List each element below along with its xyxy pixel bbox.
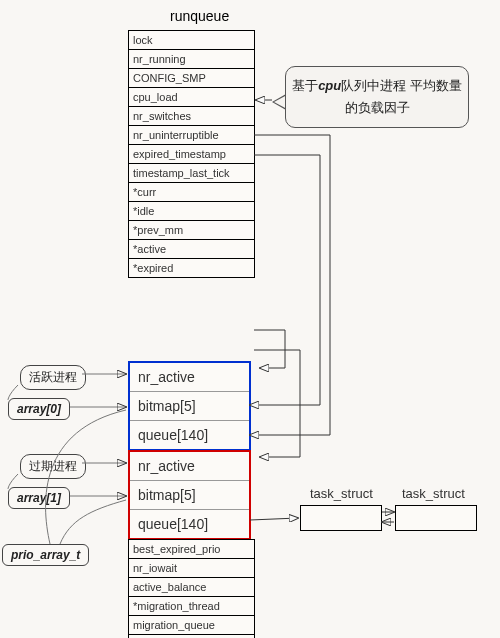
field-timestamp-last-tick: timestamp_last_tick: [129, 164, 254, 183]
array1-nr-active: nr_active: [130, 452, 249, 481]
field-cpu-load: cpu_load: [129, 88, 254, 107]
array0-queue: queue[140]: [130, 421, 249, 449]
diagram-title: runqueue: [170, 8, 229, 24]
tooltip-cpu-load: 基于cpu队列中进程 平均数量的负载因子: [285, 66, 469, 128]
field-active: *active: [129, 240, 254, 259]
tooltip-bold-cpu: cpu: [318, 78, 341, 93]
task-struct-box-1: [300, 505, 382, 531]
field-prev-mm: *prev_mm: [129, 221, 254, 240]
label-array1: array[1]: [8, 487, 70, 509]
field-config-smp: CONFIG_SMP: [129, 69, 254, 88]
array1-box: nr_active bitmap[5] queue[140]: [128, 450, 251, 540]
field-expired-timestamp: expired_timestamp: [129, 145, 254, 164]
field-expired: *expired: [129, 259, 254, 277]
field-nr-running: nr_running: [129, 50, 254, 69]
array0-nr-active: nr_active: [130, 363, 249, 392]
task-struct-box-2: [395, 505, 477, 531]
field-lock: lock: [129, 31, 254, 50]
tooltip-text2: 队列中进程 平均数量的负载因子: [341, 78, 462, 115]
array0-bitmap: bitmap[5]: [130, 392, 249, 421]
label-task-struct-1: task_struct: [310, 486, 373, 501]
runqueue-struct-lower: best_expired_prio nr_iowait active_balan…: [128, 539, 255, 638]
label-expired-process: 过期进程: [20, 454, 86, 479]
field-curr: *curr: [129, 183, 254, 202]
array0-box: nr_active bitmap[5] queue[140]: [128, 361, 251, 451]
field-migration-queue: migration_queue: [129, 616, 254, 635]
field-migration-thread: *migration_thread: [129, 597, 254, 616]
field-nr-iowait: nr_iowait: [129, 559, 254, 578]
runqueue-struct-upper: lock nr_running CONFIG_SMP cpu_load nr_s…: [128, 30, 255, 278]
field-idle: *idle: [129, 202, 254, 221]
svg-line-1: [250, 518, 298, 520]
label-active-process: 活跃进程: [20, 365, 86, 390]
array1-bitmap: bitmap[5]: [130, 481, 249, 510]
array1-queue: queue[140]: [130, 510, 249, 538]
field-best-expired-prio: best_expired_prio: [129, 540, 254, 559]
field-nr-switches: nr_switches: [129, 107, 254, 126]
field-active-balance: active_balance: [129, 578, 254, 597]
label-array0: array[0]: [8, 398, 70, 420]
label-prio-array-t: prio_array_t: [2, 544, 89, 566]
label-task-struct-2: task_struct: [402, 486, 465, 501]
field-nr-uninterruptible: nr_uninterruptible: [129, 126, 254, 145]
tooltip-text1: 基于: [292, 78, 318, 93]
